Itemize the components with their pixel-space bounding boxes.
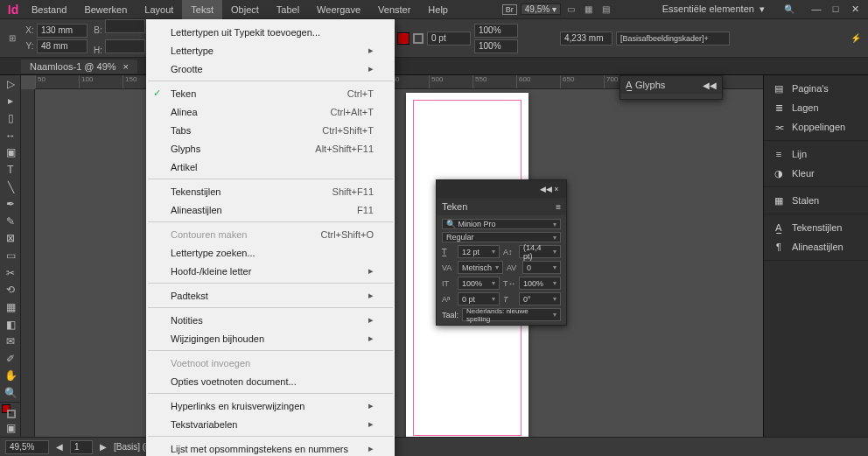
rectangle-tool[interactable]: ▭ bbox=[0, 247, 21, 264]
direct-selection-tool[interactable]: ▸ bbox=[0, 93, 21, 110]
status-zoom[interactable]: 49,5% bbox=[5, 440, 49, 454]
menu-help[interactable]: Help bbox=[419, 0, 457, 19]
menu-item[interactable]: Notities▸ bbox=[146, 311, 395, 329]
view-mode-icon[interactable]: ▦ bbox=[582, 3, 596, 17]
panel-tab-lijn[interactable]: ≡Lijn bbox=[764, 144, 868, 164]
gap-tool[interactable]: ↔ bbox=[0, 127, 21, 144]
panel-tab-pagina's[interactable]: ▤Pagina's bbox=[764, 79, 868, 98]
window-maximize[interactable]: □ bbox=[826, 3, 845, 17]
menu-bestand[interactable]: Bestand bbox=[23, 0, 75, 19]
panel-tab-tekenstijlen[interactable]: A̲Tekenstijlen bbox=[764, 218, 868, 237]
menu-item[interactable]: Hyperlinks en kruisverwijzingen▸ bbox=[146, 396, 395, 415]
menu-item[interactable]: Padtekst▸ bbox=[146, 286, 395, 305]
menu-object[interactable]: Object bbox=[222, 0, 268, 19]
menu-tekst[interactable]: Tekst bbox=[182, 0, 222, 19]
font-family-field[interactable]: 🔍 Minion Pro bbox=[442, 219, 561, 229]
note-tool[interactable]: ✉ bbox=[0, 333, 21, 350]
menu-venster[interactable]: Venster bbox=[369, 0, 419, 19]
scissors-tool[interactable]: ✂ bbox=[0, 264, 21, 282]
menu-item[interactable]: Grootte▸ bbox=[146, 60, 395, 78]
gradient-swatch-tool[interactable]: ▦ bbox=[0, 298, 21, 316]
stroke-swatch[interactable] bbox=[413, 33, 424, 44]
teken-tab-label[interactable]: Teken bbox=[442, 201, 467, 212]
scale-y[interactable]: 100% bbox=[474, 39, 518, 53]
menu-item[interactable]: AlineaCtrl+Alt+T bbox=[146, 102, 395, 121]
skew-field[interactable]: 0° bbox=[519, 292, 561, 305]
workspace-switcher[interactable]: Essentiële elementen ▾ bbox=[662, 4, 765, 15]
bridge-button[interactable]: Br bbox=[502, 4, 517, 15]
panel-tab-kleur[interactable]: ◑Kleur bbox=[764, 164, 868, 183]
scale-x[interactable]: 100% bbox=[474, 24, 518, 38]
window-close[interactable]: ✕ bbox=[845, 3, 864, 17]
lightning-icon[interactable]: ⚡ bbox=[849, 32, 863, 46]
reference-point-icon[interactable]: ⊞ bbox=[5, 32, 19, 46]
panel-menu-icon[interactable]: ≡ bbox=[556, 202, 561, 212]
free-transform-tool[interactable]: ⟲ bbox=[0, 282, 21, 299]
menu-weergave[interactable]: Weergave bbox=[308, 0, 369, 19]
menu-item[interactable]: TekenstijlenShift+F11 bbox=[146, 182, 395, 200]
teken-panel[interactable]: ◀◀ × Teken ≡ 🔍 Minion Pro Regular T̲ 12 … bbox=[436, 179, 567, 326]
panel-tab-koppelingen[interactable]: ⫘Koppelingen bbox=[764, 117, 868, 137]
language-field[interactable]: Nederlands: nieuwe spelling bbox=[462, 308, 561, 321]
zoom-level[interactable]: 49,5% ▾ bbox=[521, 4, 561, 15]
panel-collapse-icon[interactable]: ◀◀ bbox=[540, 185, 549, 193]
font-style-field[interactable]: Regular bbox=[442, 232, 561, 242]
corner-radius[interactable]: 4,233 mm bbox=[560, 32, 612, 46]
h-field[interactable] bbox=[105, 39, 145, 53]
y-field[interactable]: 48 mm bbox=[37, 39, 88, 53]
search-icon[interactable]: 🔍 bbox=[782, 3, 796, 17]
status-page[interactable]: 1 bbox=[70, 440, 93, 454]
menu-tabel[interactable]: Tabel bbox=[268, 0, 308, 19]
close-icon[interactable]: × bbox=[123, 61, 129, 72]
panel-tab-lagen[interactable]: ≣Lagen bbox=[764, 98, 868, 117]
menu-item[interactable]: Wijzigingen bijhouden▸ bbox=[146, 329, 395, 347]
close-icon[interactable]: × bbox=[552, 185, 561, 193]
page-tool[interactable]: ▯ bbox=[0, 109, 21, 127]
zoom-tool[interactable]: 🔍 bbox=[0, 384, 21, 402]
menu-bewerken[interactable]: Bewerken bbox=[75, 0, 136, 19]
object-style[interactable]: [Basisafbeeldingskader]+ bbox=[616, 32, 730, 46]
panel-tab-alineastijlen[interactable]: ¶Alineastijlen bbox=[764, 237, 868, 256]
view-mode-icon[interactable]: ▭ bbox=[564, 3, 578, 17]
rectangle-frame-tool[interactable]: ⊠ bbox=[0, 230, 21, 248]
baseline-field[interactable]: 0 pt bbox=[458, 292, 500, 305]
menu-item[interactable]: TabsCtrl+Shift+T bbox=[146, 121, 395, 139]
menu-item[interactable]: Opties voetnoten document... bbox=[146, 372, 395, 390]
menu-layout[interactable]: Layout bbox=[136, 0, 182, 19]
content-collector-tool[interactable]: ▣ bbox=[0, 144, 21, 162]
arrange-icon[interactable]: ▤ bbox=[599, 3, 613, 17]
fill-stroke-toggle[interactable] bbox=[0, 403, 21, 420]
w-field[interactable] bbox=[105, 19, 145, 33]
menu-item[interactable]: Lettertype▸ bbox=[146, 41, 395, 60]
menu-item[interactable]: ✓TekenCtrl+T bbox=[146, 84, 395, 102]
document-tab[interactable]: Naamloos-1 @ 49% × bbox=[21, 60, 137, 74]
menu-item[interactable]: AlineastijlenF11 bbox=[146, 200, 395, 219]
eyedropper-tool[interactable]: ✐ bbox=[0, 350, 21, 368]
menu-item[interactable]: GlyphsAlt+Shift+F11 bbox=[146, 139, 395, 158]
hscale-field[interactable]: 100% bbox=[519, 277, 561, 290]
menu-item[interactable]: Lettertypen uit Typekit toevoegen... bbox=[146, 23, 395, 41]
kerning-field[interactable]: Metrisch bbox=[458, 261, 503, 274]
gradient-feather-tool[interactable]: ◧ bbox=[0, 316, 21, 333]
glyphs-panel[interactable]: A̲ Glyphs ◀◀ bbox=[620, 75, 723, 100]
view-mode-toggle[interactable]: ▣ bbox=[0, 420, 21, 438]
hand-tool[interactable]: ✋ bbox=[0, 368, 21, 385]
stroke-weight[interactable]: 0 pt bbox=[427, 32, 471, 46]
pencil-tool[interactable]: ✎ bbox=[0, 213, 21, 230]
tekst-menu-dropdown[interactable]: Lettertypen uit Typekit toevoegen...Lett… bbox=[146, 19, 395, 456]
type-tool[interactable]: T bbox=[0, 161, 21, 179]
fill-swatch[interactable] bbox=[397, 32, 410, 45]
menu-item[interactable]: Lettertype zoeken... bbox=[146, 243, 395, 262]
tracking-field[interactable]: 0 bbox=[522, 261, 561, 274]
pen-tool[interactable]: ✒ bbox=[0, 195, 21, 213]
menu-item[interactable]: Tekstvariabelen▸ bbox=[146, 415, 395, 433]
window-minimize[interactable]: — bbox=[807, 3, 826, 17]
panel-tab-stalen[interactable]: ▦Stalen bbox=[764, 191, 868, 210]
line-tool[interactable]: ╲ bbox=[0, 179, 21, 196]
panel-collapse-icon[interactable]: ◀◀ bbox=[703, 81, 717, 90]
leading-field[interactable]: (14,4 pt) bbox=[519, 245, 561, 258]
font-size-field[interactable]: 12 pt bbox=[458, 245, 500, 258]
x-field[interactable]: 130 mm bbox=[37, 24, 88, 38]
vscale-field[interactable]: 100% bbox=[458, 277, 500, 290]
selection-tool[interactable]: ▷ bbox=[0, 75, 21, 93]
